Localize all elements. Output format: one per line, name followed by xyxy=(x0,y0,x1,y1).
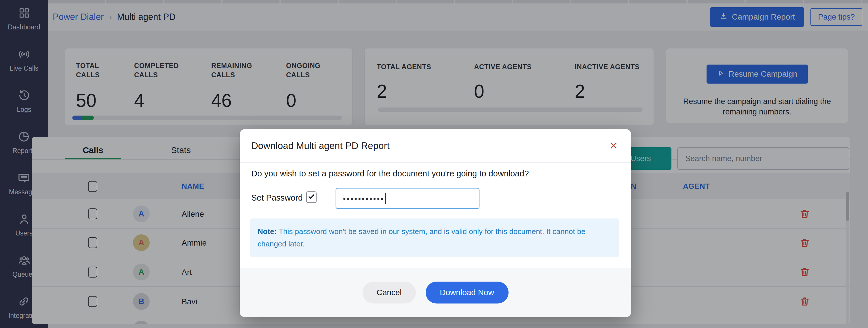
text-caret xyxy=(385,193,386,204)
password-input[interactable]: ••••••••••• xyxy=(336,188,479,209)
modal-header: Download Multi agent PD Report ✕ xyxy=(240,129,631,163)
cancel-button[interactable]: Cancel xyxy=(363,281,416,303)
modal-title: Download Multi agent PD Report xyxy=(251,140,390,151)
note-text: This password won't be saved in our syst… xyxy=(257,227,585,248)
set-password-label: Set Password xyxy=(251,193,303,202)
set-password-checkbox[interactable] xyxy=(306,191,317,203)
checkmark-icon xyxy=(308,193,315,201)
note-label: Note: xyxy=(257,227,277,236)
power-dialer-page: Dashboard Live Calls Logs Reports Messag… xyxy=(0,0,868,328)
password-note: Note: This password won't be saved in ou… xyxy=(250,218,619,257)
close-icon[interactable]: ✕ xyxy=(609,141,618,151)
download-report-modal: Download Multi agent PD Report ✕ Do you … xyxy=(240,129,631,317)
modal-footer: Cancel Download Now xyxy=(240,268,631,317)
download-now-button[interactable]: Download Now xyxy=(426,281,508,303)
password-question: Do you wish to set a password for the do… xyxy=(251,169,529,179)
password-masked-value: ••••••••••• xyxy=(343,195,384,203)
